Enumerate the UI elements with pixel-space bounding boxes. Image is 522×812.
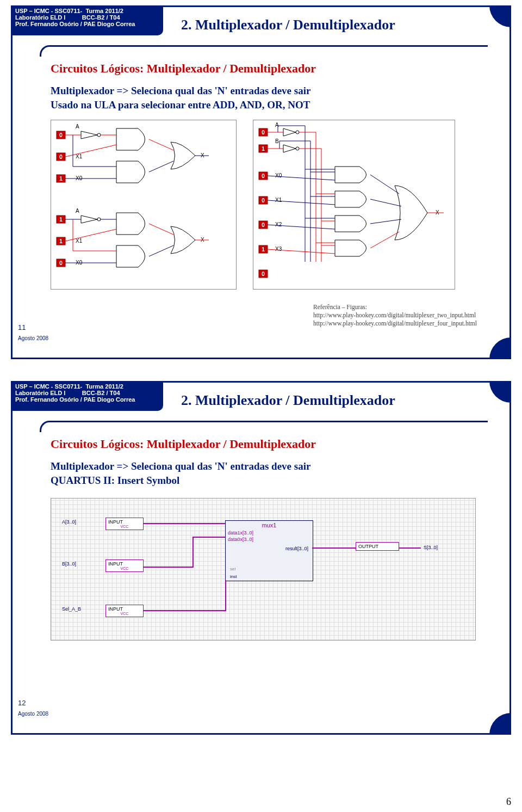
pin-label-b: B[3..0] xyxy=(62,561,76,567)
svg-text:0: 0 xyxy=(262,130,265,136)
svg-text:X1: X1 xyxy=(76,238,83,244)
slide-date: Agosto 2008 xyxy=(18,711,48,717)
ref-title: Referência – Figuras: xyxy=(313,303,477,311)
svg-line-90 xyxy=(370,199,401,206)
content-line2: QUARTUS II: Insert Symbol xyxy=(51,473,488,488)
pin-label-a: A[3..0] xyxy=(62,519,76,525)
reference-text: Referência – Figuras: http://www.play-ho… xyxy=(313,303,477,328)
svg-text:X0: X0 xyxy=(275,173,282,179)
svg-point-29 xyxy=(97,218,101,221)
ref-link-2: http://www.play-hookey.com/digital/multi… xyxy=(313,319,477,328)
pin-vcc-label: VCC xyxy=(108,525,141,528)
hdr3: Prof. Fernando Osório / PAE Diogo Correa xyxy=(15,21,159,27)
hdr1a: USP – ICMC - SSC0711- xyxy=(15,383,82,390)
corner-decoration xyxy=(489,713,511,735)
svg-text:X2: X2 xyxy=(275,222,282,227)
pin-vcc-label: VCC xyxy=(108,567,141,570)
svg-point-9 xyxy=(97,133,101,137)
svg-text:X1: X1 xyxy=(76,153,83,159)
svg-text:1: 1 xyxy=(59,176,63,182)
slide-12: USP – ICMC - SSC0711- Turma 2011/2 Labor… xyxy=(11,381,511,735)
svg-text:A: A xyxy=(275,122,279,128)
pin-vcc-label: VCC xyxy=(108,612,141,616)
hdr2a: Laboratório ELD I xyxy=(15,14,65,21)
hdr1a: USP – ICMC - SSC0711- xyxy=(15,8,82,14)
quartus-schematic: A[3..0] INPUT VCC B[3..0] INPUT VCC Sel_… xyxy=(51,498,476,641)
title-underline xyxy=(40,421,488,432)
svg-line-91 xyxy=(370,219,401,224)
pin-input-label: INPUT xyxy=(108,519,123,525)
svg-line-38 xyxy=(149,245,173,256)
pin-input-label: INPUT xyxy=(108,561,123,567)
svg-text:1: 1 xyxy=(262,146,265,152)
svg-text:0: 0 xyxy=(262,222,265,228)
mux-block: mux1 data1x[3..0] data0x[3..0] result[3.… xyxy=(225,520,313,581)
slide-number: 11 xyxy=(18,323,26,331)
page-number: 6 xyxy=(506,796,511,808)
mux-port-sel: sel xyxy=(228,566,238,572)
mux-port-result: result[3..0] xyxy=(283,545,310,552)
hdr2b: BCC-B2 / T04 xyxy=(82,390,120,396)
svg-text:0: 0 xyxy=(59,260,63,266)
circuit-row: 0 A 0 X1 1 X0 X xyxy=(51,120,488,290)
content-title: Circuitos Lógicos: Multiplexador / Demul… xyxy=(51,437,488,451)
svg-text:1: 1 xyxy=(59,238,63,244)
content-line1: Multiplexador => Seleciona qual das 'N' … xyxy=(51,459,488,473)
svg-text:A: A xyxy=(76,124,79,130)
slide-title: 2. Multiplexador / Demultiplexador xyxy=(181,392,395,409)
corner-decoration xyxy=(489,381,511,403)
content-title: Circuitos Lógicos: Multiplexador / Demul… xyxy=(51,61,488,76)
svg-text:0: 0 xyxy=(262,271,265,277)
svg-text:0: 0 xyxy=(262,198,265,204)
svg-text:0: 0 xyxy=(262,173,265,179)
content-line1: Multiplexador => Seleciona qual das 'N' … xyxy=(51,84,488,98)
pin-output-label: OUTPUT xyxy=(358,544,378,549)
svg-line-37 xyxy=(149,224,173,235)
svg-line-18 xyxy=(149,161,173,172)
corner-decoration xyxy=(489,5,511,27)
slide-content: Circuitos Lógicos: Multiplexador / Demul… xyxy=(51,61,488,341)
content-line2: Usado na ULA para selecionar entre ADD, … xyxy=(51,98,488,112)
svg-text:1: 1 xyxy=(262,247,265,253)
svg-text:0: 0 xyxy=(59,132,63,138)
slide-content: Circuitos Lógicos: Multiplexador / Demul… xyxy=(51,437,488,717)
mux-port-data0x: data0x[3..0] xyxy=(226,536,313,543)
svg-text:A: A xyxy=(76,208,79,214)
slide-title: 2. Multiplexador / Demultiplexador xyxy=(181,17,395,33)
hdr3: Prof. Fernando Osório / PAE Diogo Correa xyxy=(15,396,159,403)
pin-label-s: S[3..0] xyxy=(424,545,438,550)
svg-text:0: 0 xyxy=(59,154,63,160)
pin-input-label: INPUT xyxy=(108,606,123,612)
four-input-mux-circuit: 0 A 1 B 0 X0 0 X1 0 X2 1 X3 0 xyxy=(253,120,455,290)
svg-text:X3: X3 xyxy=(275,246,282,252)
mux-inst: inst xyxy=(228,574,239,580)
svg-line-89 xyxy=(370,175,399,194)
slide-number: 12 xyxy=(18,699,26,707)
slide-header-box: USP – ICMC - SSC0711- Turma 2011/2 Labor… xyxy=(11,5,163,35)
two-input-mux-circuit: 0 A 0 X1 1 X0 X xyxy=(51,120,237,290)
svg-text:B: B xyxy=(275,138,279,144)
hdr1b: Turma 2011/2 xyxy=(85,383,123,390)
slide-header-box: USP – ICMC - SSC0711- Turma 2011/2 Labor… xyxy=(11,381,163,411)
pin-label-sel: Sel_A_B xyxy=(62,606,81,612)
slide-date: Agosto 2008 xyxy=(18,335,48,341)
mux-name: mux1 xyxy=(226,521,313,530)
corner-decoration xyxy=(489,337,511,359)
hdr2a: Laboratório ELD I xyxy=(15,390,65,396)
mux-port-data1x: data1x[3..0] xyxy=(226,530,313,536)
hdr1b: Turma 2011/2 xyxy=(85,8,123,14)
title-underline xyxy=(40,45,488,57)
hdr2b: BCC-B2 / T04 xyxy=(82,14,120,21)
svg-text:1: 1 xyxy=(59,217,63,223)
ref-link-1: http://www.play-hookey.com/digital/multi… xyxy=(313,311,477,319)
slide-11: USP – ICMC - SSC0711- Turma 2011/2 Labor… xyxy=(11,5,511,359)
svg-line-17 xyxy=(149,139,173,150)
svg-text:X1: X1 xyxy=(275,197,282,203)
